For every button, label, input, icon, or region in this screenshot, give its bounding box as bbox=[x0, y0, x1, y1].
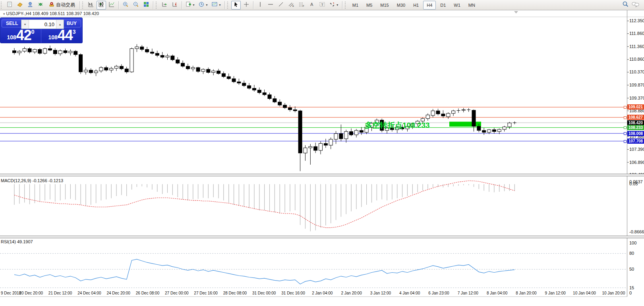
timeframe-button-m5[interactable]: M5 bbox=[363, 1, 376, 10]
cursor-button[interactable] bbox=[231, 1, 241, 10]
horizontal-line-button[interactable] bbox=[266, 1, 275, 10]
line-end-marker[interactable] bbox=[624, 132, 627, 135]
toolbar-separator bbox=[182, 1, 182, 9]
time-label: 31 Dec 16:00 bbox=[281, 291, 305, 295]
horizontal-price-lines[interactable] bbox=[0, 107, 627, 141]
crosshair-button[interactable] bbox=[242, 1, 251, 10]
chart-shift-marker[interactable] bbox=[514, 11, 518, 13]
volume-value[interactable]: 0.10 bbox=[29, 21, 56, 27]
line-end-marker[interactable] bbox=[624, 116, 627, 119]
chart-area[interactable] bbox=[0, 10, 644, 306]
time-label: 20 Dec 20:00 bbox=[19, 291, 43, 295]
signals-button[interactable] bbox=[36, 1, 45, 10]
timeframe-button-m1[interactable]: M1 bbox=[349, 1, 362, 10]
dropdown-caret-icon: ▼ bbox=[336, 4, 339, 6]
auto-scroll-icon bbox=[161, 1, 168, 9]
price-tick-label: 107.390 bbox=[629, 147, 644, 152]
toolbar-separator bbox=[153, 1, 153, 9]
time-label: 8 Jan 04:00 bbox=[487, 291, 507, 295]
panel-splitter[interactable] bbox=[0, 236, 644, 238]
fibonacci-button[interactable]: F bbox=[297, 1, 306, 10]
timeframe-button-w1[interactable]: W1 bbox=[450, 1, 464, 10]
sell-price-prefix: 108 bbox=[7, 34, 16, 40]
time-label: 24 Dec 04:00 bbox=[77, 291, 101, 295]
line-end-marker[interactable] bbox=[624, 126, 627, 129]
toolbar-drag-handle[interactable] bbox=[227, 2, 229, 9]
templates-button[interactable]: ▼ bbox=[210, 1, 222, 10]
time-label: 9 Dec 2018 bbox=[1, 291, 21, 295]
periods-button[interactable]: ▼ bbox=[197, 1, 209, 10]
cursor-arrow-icon bbox=[233, 1, 239, 9]
candle-chart-button[interactable] bbox=[97, 1, 106, 10]
price-axis[interactable]: 112.350111.860111.360110.860110.370109.8… bbox=[627, 10, 644, 296]
time-axis[interactable]: 9 Dec 201820 Dec 20:0021 Dec 12:0024 Dec… bbox=[0, 290, 644, 296]
svg-text:A: A bbox=[310, 2, 313, 7]
toolbar-drag-handle[interactable] bbox=[156, 2, 158, 9]
dropdown-caret-icon: ▼ bbox=[192, 4, 195, 6]
volume-decrease-button[interactable]: ▼ bbox=[21, 20, 29, 29]
macd-grid-label: 0.05 bbox=[629, 181, 638, 186]
rsi-level-label: 80 bbox=[629, 251, 634, 256]
channel-button[interactable]: E bbox=[286, 1, 296, 10]
line-end-marker[interactable] bbox=[624, 106, 627, 109]
text-button[interactable]: A bbox=[307, 1, 317, 10]
timeframe-button-mn[interactable]: MN bbox=[465, 1, 479, 10]
bar-chart-button[interactable] bbox=[86, 1, 96, 10]
toolbar-drag-handle[interactable] bbox=[1, 2, 3, 9]
timeframe-button-h1[interactable]: H1 bbox=[410, 1, 422, 10]
volume-increase-button[interactable]: ▲ bbox=[56, 20, 64, 29]
sell-price-big: 42 bbox=[16, 29, 31, 42]
timeframe-button-h4[interactable]: H4 bbox=[423, 1, 436, 10]
timeframe-button-m30[interactable]: M30 bbox=[393, 1, 409, 10]
new-order-button[interactable] bbox=[5, 1, 14, 10]
timeframe-button-m15[interactable]: M15 bbox=[377, 1, 392, 10]
line-end-marker[interactable] bbox=[624, 140, 627, 143]
arrows-icon bbox=[329, 1, 335, 9]
line-chart-button[interactable] bbox=[107, 1, 116, 10]
horizontal-line-icon bbox=[267, 1, 274, 9]
text-label-button[interactable]: T bbox=[317, 1, 327, 10]
chart-shift-button[interactable] bbox=[170, 1, 180, 10]
time-label: 9 Jan 12:00 bbox=[545, 291, 566, 295]
price-badge: 108.008 bbox=[627, 131, 644, 136]
ohlc-info-line: ▾ USDJPY-,H4 108.409 108.511 108.397 108… bbox=[3, 11, 99, 16]
rsi-level-lines bbox=[0, 254, 627, 288]
vertical-line-button[interactable] bbox=[255, 1, 265, 10]
toolbar-drag-handle[interactable] bbox=[345, 2, 347, 9]
new-order-icon bbox=[6, 1, 13, 9]
panel-splitter[interactable] bbox=[0, 174, 644, 176]
tile-windows-button[interactable] bbox=[141, 1, 151, 10]
timeframe-toolbar: M1M5M15M30H1H4D1W1MN bbox=[348, 1, 479, 10]
chart-icon: ▾ bbox=[3, 12, 5, 16]
quotes-button[interactable] bbox=[15, 1, 25, 10]
price-tick-label: 111.360 bbox=[629, 44, 644, 49]
dropdown-caret-icon: ▼ bbox=[205, 4, 208, 6]
timeframe-button-d1[interactable]: D1 bbox=[437, 1, 449, 10]
line-chart-icon bbox=[108, 1, 115, 9]
turning-point-annotation[interactable]: 多空转折点108.233 bbox=[365, 120, 430, 131]
time-label: 10 Jan 04:00 bbox=[573, 291, 596, 295]
toolbar-separator bbox=[224, 1, 225, 9]
autotrade-button[interactable]: 自动交易 bbox=[46, 1, 77, 10]
auto-scroll-button[interactable] bbox=[160, 1, 169, 10]
zoom-in-button[interactable] bbox=[121, 1, 130, 10]
new-chart-button[interactable]: ▼ bbox=[184, 1, 196, 10]
arrows-button[interactable]: ▼ bbox=[328, 1, 340, 10]
buy-price-prefix: 108 bbox=[48, 34, 57, 40]
chat-button[interactable] bbox=[631, 1, 640, 10]
trendline-button[interactable] bbox=[276, 1, 286, 10]
time-label: 7 Jan 12:00 bbox=[458, 291, 478, 295]
search-button[interactable] bbox=[621, 1, 630, 10]
zoom-out-icon bbox=[133, 1, 139, 9]
market-button[interactable] bbox=[25, 1, 35, 10]
sell-label: SELL bbox=[2, 19, 23, 27]
green-zone-rect[interactable] bbox=[449, 122, 481, 127]
candlestick-series bbox=[13, 44, 516, 171]
chart-shift-icon bbox=[172, 1, 178, 9]
buy-label: BUY bbox=[62, 19, 81, 27]
toolbar-drag-handle[interactable] bbox=[82, 2, 84, 9]
main-toolbar: 自动交易 ▼ ▼ ▼ E F A T ▼ M1M5M15M30H1H4D1W1 bbox=[0, 0, 644, 10]
candle-chart-icon bbox=[98, 1, 104, 9]
zoom-out-button[interactable] bbox=[131, 1, 141, 10]
dropdown-caret-icon: ▼ bbox=[219, 4, 221, 6]
